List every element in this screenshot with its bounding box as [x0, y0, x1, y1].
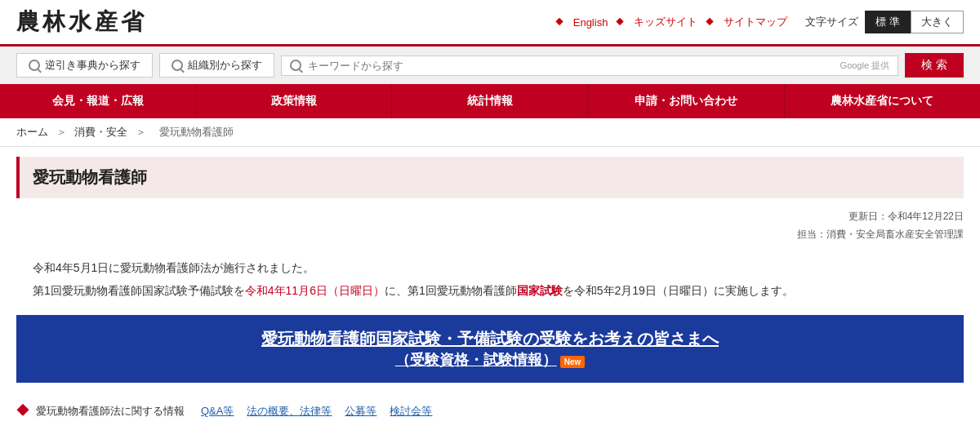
search-submit-button[interactable]: 検 索 — [905, 53, 964, 78]
body-line2-middle: に、第1回愛玩動物看護師 — [385, 284, 517, 297]
update-dept: 担当：消費・安全局畜水産安全管理課 — [16, 226, 964, 244]
update-date: 更新日：令和4年12月22日 — [16, 208, 964, 226]
search-bar: 逆引き事典から探す 組織別から探す Google 提供 検 索 — [0, 47, 980, 84]
banner-sub: （受験資格・試験情報） — [395, 350, 557, 370]
breadcrumb-cat[interactable]: 消費・安全 — [74, 126, 127, 138]
main-content: 愛玩動物看護師 更新日：令和4年12月22日 担当：消費・安全局畜水産安全管理課… — [0, 157, 980, 442]
body-line2-after: を令和5年2月19日（日曜日）に実施します。 — [563, 284, 794, 297]
banner-sub-wrapper: （受験資格・試験情報） New — [33, 350, 947, 370]
breadcrumb-sep2: ＞ — [136, 126, 146, 138]
search-icon2 — [172, 60, 183, 71]
header-right: ◆ English ◆ キッズサイト ◆ サイトマップ 文字サイズ 標 準 大き… — [555, 11, 964, 33]
breadcrumb-sep1: ＞ — [56, 126, 67, 138]
link-law[interactable]: 法の概要、法律等 — [247, 404, 332, 419]
kids-site-link[interactable]: キッズサイト — [634, 15, 697, 29]
nav-item-contact[interactable]: 申請・お問い合わせ — [589, 84, 785, 118]
english-link[interactable]: English — [573, 16, 608, 29]
nav-item-stats[interactable]: 統計情報 — [392, 84, 588, 118]
reverse-search-button[interactable]: 逆引き事典から探す — [16, 53, 153, 78]
links-label: 愛玩動物看護師法に関する情報 — [36, 404, 185, 419]
dot-icon2: ◆ — [616, 16, 624, 28]
dot-icon: ◆ — [555, 16, 564, 28]
site-header: 農林水産省 ◆ English ◆ キッズサイト ◆ サイトマップ 文字サイズ … — [0, 0, 980, 47]
link-qa[interactable]: Q&A等 — [201, 404, 234, 419]
dot-icon3: ◆ — [706, 16, 714, 28]
search-icon — [29, 60, 40, 71]
sitemap-link[interactable]: サイトマップ — [724, 15, 787, 29]
search-icon3 — [290, 60, 301, 71]
body-line2-red: 令和4年11月6日（日曜日） — [245, 284, 385, 297]
blue-banner[interactable]: 愛玩動物看護師国家試験・予備試験の受験をお考えの皆さまへ （受験資格・試験情報）… — [16, 315, 964, 383]
nav-item-policy[interactable]: 政策情報 — [196, 84, 392, 118]
font-standard-button[interactable]: 標 準 — [865, 11, 911, 33]
font-size-label: 文字サイズ — [805, 15, 858, 29]
body-line1: 令和4年5月1日に愛玩動物看護師法が施行されました。 — [33, 256, 947, 279]
body-line2-before: 第1回愛玩動物看護師国家試験予備試験を — [33, 284, 245, 297]
breadcrumb-current: 愛玩動物看護師 — [159, 126, 234, 138]
keyword-search-input[interactable] — [308, 60, 834, 72]
main-nav: 会見・報道・広報 政策情報 統計情報 申請・お問い合わせ 農林水産省について — [0, 84, 980, 118]
breadcrumb-home[interactable]: ホーム — [16, 126, 48, 138]
page-title-box: 愛玩動物看護師 — [16, 157, 964, 198]
links-section: ◆ 愛玩動物看護師法に関する情報 Q&A等 法の概要、法律等 公募等 検討会等 — [16, 396, 964, 426]
body-text: 令和4年5月1日に愛玩動物看護師法が施行されました。 第1回愛玩動物看護師国家試… — [16, 256, 964, 302]
site-logo: 農林水産省 — [16, 7, 147, 38]
breadcrumb: ホーム ＞ 消費・安全 ＞ 愛玩動物看護師 — [0, 118, 980, 147]
nav-item-about[interactable]: 農林水産省について — [785, 84, 980, 118]
keyword-search-wrapper: Google 提供 — [281, 55, 898, 76]
link-discussion[interactable]: 検討会等 — [390, 404, 432, 419]
google-logo: Google 提供 — [840, 60, 890, 72]
body-line2-red2: 国家試験 — [517, 284, 563, 297]
link-public[interactable]: 公募等 — [345, 404, 376, 419]
bullet-icon: ◆ — [16, 402, 29, 419]
update-info: 更新日：令和4年12月22日 担当：消費・安全局畜水産安全管理課 — [16, 208, 964, 243]
font-large-button[interactable]: 大きく — [911, 11, 964, 33]
banner-title: 愛玩動物看護師国家試験・予備試験の受験をお考えの皆さまへ — [33, 328, 947, 350]
new-badge: New — [560, 356, 586, 368]
page-title: 愛玩動物看護師 — [33, 166, 951, 189]
body-line2: 第1回愛玩動物看護師国家試験予備試験を令和4年11月6日（日曜日）に、第1回愛玩… — [33, 279, 947, 302]
nav-item-press[interactable]: 会見・報道・広報 — [0, 84, 196, 118]
header-links: ◆ English ◆ キッズサイト ◆ サイトマップ — [555, 15, 793, 29]
org-search-button[interactable]: 組織別から探す — [159, 53, 274, 78]
